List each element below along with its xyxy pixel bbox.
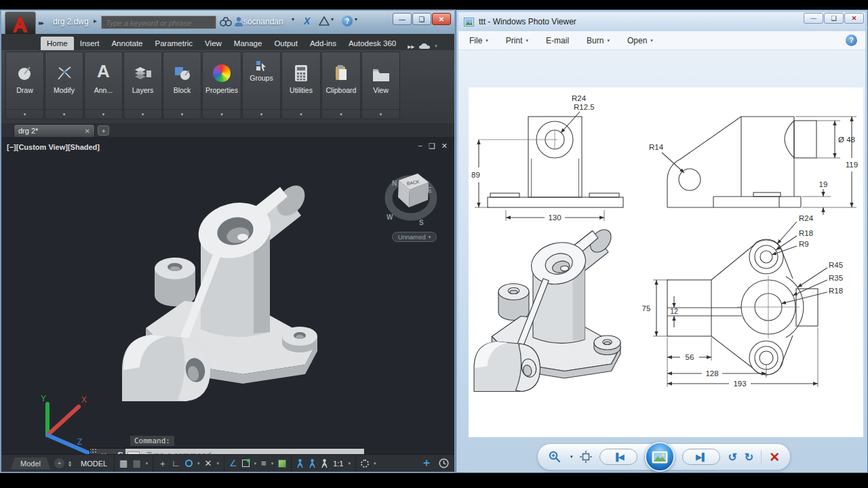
layout-chevrons-icon[interactable]: ▴▾	[68, 460, 71, 467]
ribbon-tab-annotate[interactable]: Annotate	[105, 37, 149, 50]
ribbon-cloud-icon[interactable]	[418, 42, 431, 50]
clock-icon[interactable]	[439, 458, 449, 468]
vp-minimize-icon[interactable]: −	[418, 142, 422, 150]
autocad-title-bar[interactable]: ▸▸ drg 2.dwg ▸ socnandan ▾ X ▾ ? ▾ — ❑ ✕	[1, 11, 454, 34]
isodraft-icon[interactable]: ✕	[204, 458, 212, 468]
panel-properties[interactable]: Properties ▾	[202, 52, 241, 119]
named-view-pill[interactable]: Unnamed ▾	[392, 232, 437, 242]
grid-icon[interactable]: ▦	[119, 458, 127, 468]
slideshow-button[interactable]	[645, 442, 675, 472]
osnap-caret-icon[interactable]: ▾	[254, 461, 257, 466]
isodraft-caret-icon[interactable]: ▾	[216, 461, 219, 466]
grid-snap-icon[interactable]: ▦	[132, 458, 140, 468]
annotation-scale-icon[interactable]	[321, 459, 328, 468]
help-icon[interactable]: ?	[342, 16, 353, 26]
ucs-axis-icon[interactable]: Y X Z	[20, 393, 96, 457]
ribbon-tab-insert[interactable]: Insert	[74, 37, 106, 50]
panel-expand-icon[interactable]: ▾	[282, 109, 320, 119]
menu-file[interactable]: File▾	[469, 36, 488, 45]
search-binoculars-icon[interactable]	[220, 16, 232, 27]
rotate-counterclockwise-icon[interactable]: ↺	[728, 451, 736, 464]
rotate-clockwise-icon[interactable]: ↻	[745, 451, 753, 464]
ortho-icon[interactable]: ∟	[172, 458, 180, 468]
document-tab[interactable]: drg 2* ✕	[14, 124, 95, 137]
model-space-toggle[interactable]: MODEL	[81, 460, 107, 468]
viewcube[interactable]: N E S W BACK	[378, 161, 443, 237]
polar-caret-icon[interactable]: ▾	[197, 461, 200, 466]
pv-help-icon[interactable]: ?	[846, 35, 857, 46]
panel-expand-icon[interactable]: ▾	[6, 109, 43, 119]
ribbon-tab-manage[interactable]: Manage	[228, 37, 269, 50]
ribbon-tab-autodesk360[interactable]: Autodesk 360	[342, 37, 402, 50]
panel-expand-icon[interactable]: ▾	[163, 109, 201, 119]
isolate-plus-icon[interactable]: ＋	[421, 456, 432, 470]
panel-groups[interactable]: Groups ▾	[242, 52, 281, 119]
ribbon-tab-addins[interactable]: Add-ins	[304, 37, 342, 50]
annotation-scale-value[interactable]: 1:1	[333, 460, 343, 468]
next-button[interactable]: ▶▌	[682, 449, 720, 465]
menu-open[interactable]: Open▾	[627, 36, 653, 45]
annotation-visibility-icon[interactable]	[296, 459, 304, 468]
menu-email[interactable]: E-mail	[546, 36, 569, 45]
viewport-controls-label[interactable]: [−][Custom View][Shaded]	[7, 143, 100, 151]
user-icon[interactable]	[234, 16, 243, 27]
osnap-3d-icon[interactable]	[242, 460, 250, 467]
actual-size-icon[interactable]	[580, 451, 592, 463]
3d-model-shaded[interactable]	[81, 167, 366, 438]
scale-caret-icon[interactable]: ▾	[348, 461, 351, 466]
ribbon-tab-view[interactable]: View	[199, 37, 228, 50]
ribbon-tab-output[interactable]: Output	[268, 37, 304, 50]
dynamic-input-icon[interactable]: ＋	[158, 458, 167, 470]
workspace-caret-icon[interactable]: ▾	[374, 461, 376, 466]
panel-expand-icon[interactable]: ▾	[85, 109, 122, 119]
photo-image[interactable]: R24 R12.5 89 130 R14 Ø 48 119 19 R24 R18…	[469, 87, 863, 437]
panel-modify[interactable]: Modify ▾	[45, 52, 83, 119]
panel-draw[interactable]: Draw ▾	[5, 52, 44, 119]
pv-minimize-button[interactable]: —	[804, 13, 823, 24]
menu-print[interactable]: Print▾	[506, 36, 528, 45]
panel-expand-icon[interactable]: ▾	[124, 109, 161, 119]
grid-caret-icon[interactable]: ▾	[146, 461, 149, 466]
object-snap-tracking-icon[interactable]: ≡	[261, 458, 267, 468]
dynamic-ucs-icon[interactable]	[278, 460, 286, 468]
new-layout-button[interactable]: ＋	[54, 458, 64, 468]
new-drawing-tab-button[interactable]: ＋	[98, 125, 109, 136]
ribbon-overflow-icon[interactable]: ▸▸	[408, 43, 414, 50]
workspace-gear-icon[interactable]	[361, 460, 369, 468]
a360-icon[interactable]	[319, 16, 330, 26]
ribbon-tab-parametric[interactable]: Parametric	[149, 37, 199, 50]
zoom-caret-icon[interactable]: ▾	[570, 454, 573, 460]
pv-close-button[interactable]: ✕	[844, 13, 864, 24]
pv-restore-button[interactable]: ❑	[824, 13, 844, 24]
a360-caret-icon[interactable]: ▾	[331, 16, 334, 22]
acad-close-button[interactable]: ✕	[432, 13, 451, 25]
ribbon-tab-home[interactable]: Home	[41, 37, 74, 50]
menu-burn[interactable]: Burn▾	[587, 36, 610, 45]
model-viewport[interactable]: [−][Custom View][Shaded] − ❑ ✕ N E S W B…	[1, 137, 454, 464]
panel-expand-icon[interactable]: ▾	[322, 109, 360, 119]
help-search-box[interactable]	[101, 16, 216, 29]
model-layout-tab[interactable]: Model	[11, 458, 50, 470]
ribbon-cloud-caret-icon[interactable]: ▾	[435, 43, 437, 49]
help-search-input[interactable]	[102, 17, 216, 29]
doc-title-arrow-icon[interactable]: ▸	[94, 17, 97, 24]
previous-button[interactable]: ▐◀	[599, 449, 637, 465]
doc-tab-close-icon[interactable]: ✕	[85, 127, 90, 135]
otrack-caret-icon[interactable]: ▾	[271, 461, 274, 466]
account-caret-icon[interactable]: ▾	[292, 16, 294, 22]
osnap-icon[interactable]: ∠	[229, 458, 237, 468]
vp-close-icon[interactable]: ✕	[441, 142, 448, 150]
annotation-autoscale-icon[interactable]	[309, 459, 316, 468]
acad-minimize-button[interactable]: —	[393, 13, 412, 25]
panel-clipboard[interactable]: Clipboard ▾	[321, 52, 361, 119]
vp-restore-icon[interactable]: ❑	[429, 142, 435, 150]
help-caret-icon[interactable]: ▾	[355, 16, 357, 22]
signed-in-username[interactable]: socnandan	[243, 17, 283, 26]
panel-view[interactable]: View ▾	[361, 52, 400, 119]
panel-expand-icon[interactable]: ▾	[45, 109, 83, 119]
panel-expand-icon[interactable]: ▾	[203, 109, 241, 119]
panel-expand-icon[interactable]: ▾	[362, 109, 399, 119]
acad-maximize-button[interactable]: ❑	[412, 13, 431, 25]
panel-expand-icon[interactable]: ▾	[243, 109, 280, 119]
delete-icon[interactable]: ✕	[769, 449, 780, 465]
